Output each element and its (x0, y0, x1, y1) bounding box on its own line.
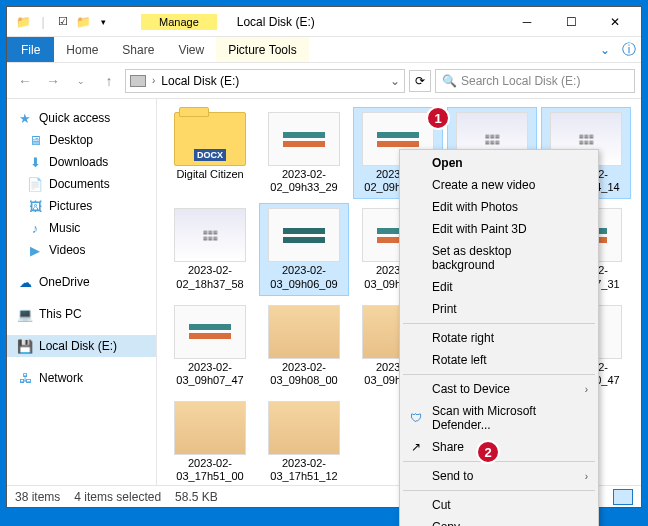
network-icon: 🖧 (17, 370, 33, 386)
maximize-button[interactable]: ☐ (549, 7, 593, 37)
status-item-count: 38 items (15, 490, 60, 504)
search-input[interactable]: 🔍 Search Local Disk (E:) (435, 69, 635, 93)
cm-defender[interactable]: 🛡Scan with Microsoft Defender... (402, 400, 596, 436)
back-button[interactable]: ← (13, 69, 37, 93)
expand-ribbon-icon[interactable]: ⌄ (593, 37, 617, 62)
context-menu: Open Create a new video Edit with Photos… (399, 149, 599, 526)
file-name: 2023-02-02_18h37_58 (168, 264, 252, 290)
desktop-icon: 🖥 (27, 132, 43, 148)
share-tab[interactable]: Share (110, 37, 166, 62)
minimize-button[interactable]: ─ (505, 7, 549, 37)
download-icon: ⬇ (27, 154, 43, 170)
file-item[interactable]: 2023-02-03_09h06_09 (259, 203, 349, 295)
chart-thumbnail (174, 305, 246, 359)
drive-icon-side: 💾 (17, 338, 33, 354)
annotation-badge-2: 2 (476, 440, 500, 464)
sidebar-onedrive[interactable]: ☁OneDrive (7, 271, 156, 293)
ribbon-tabs: File Home Share View Picture Tools ⌄ ⓘ (7, 37, 641, 63)
cm-open[interactable]: Open (402, 152, 596, 174)
cm-separator (403, 374, 595, 375)
cm-edit-photos[interactable]: Edit with Photos (402, 196, 596, 218)
search-icon: 🔍 (442, 74, 457, 88)
image-thumbnail (268, 305, 340, 359)
file-item[interactable]: DOCXDigital Citizen (165, 107, 255, 199)
breadcrumb-chevron[interactable]: › (152, 75, 155, 86)
folder-icon: DOCX (174, 112, 246, 166)
chevron-right-icon: › (585, 384, 588, 395)
quick-access-toolbar: 📁 | ☑ 📁 ▾ (11, 14, 111, 30)
status-selected-count: 4 items selected (74, 490, 161, 504)
pictures-icon: 🖼 (27, 198, 43, 214)
cm-set-background[interactable]: Set as desktop background (402, 240, 596, 276)
videos-icon: ▶ (27, 242, 43, 258)
cloud-icon: ☁ (17, 274, 33, 290)
document-icon: 📄 (27, 176, 43, 192)
qat-dropdown[interactable]: ▾ (95, 14, 111, 30)
image-thumbnail (174, 401, 246, 455)
drive-icon (130, 75, 146, 87)
chart-thumbnail (268, 208, 340, 262)
file-name: 2023-02-02_09h33_29 (262, 168, 346, 194)
file-item[interactable]: ▦▦▦▦▦▦2023-02-02_18h37_58 (165, 203, 255, 295)
file-item[interactable]: 2023-02-03_09h07_47 (165, 300, 255, 392)
file-name: 2023-02-03_17h51_12 (262, 457, 346, 483)
properties-icon[interactable]: ☑ (55, 14, 71, 30)
file-item[interactable]: 2023-02-03_09h08_00 (259, 300, 349, 392)
cm-paint3d[interactable]: Edit with Paint 3D (402, 218, 596, 240)
cm-cast-device[interactable]: Cast to Device› (402, 378, 596, 400)
sidebar-downloads[interactable]: ⬇Downloads (7, 151, 156, 173)
new-folder-icon[interactable]: 📁 (75, 14, 91, 30)
recent-dropdown[interactable]: ⌄ (69, 69, 93, 93)
star-icon: ★ (17, 110, 33, 126)
view-tab[interactable]: View (166, 37, 216, 62)
sidebar-pictures[interactable]: 🖼Pictures (7, 195, 156, 217)
sidebar-network[interactable]: 🖧Network (7, 367, 156, 389)
cm-print[interactable]: Print (402, 298, 596, 320)
picture-tools-tab[interactable]: Picture Tools (216, 37, 308, 62)
address-text[interactable]: Local Disk (E:) (161, 74, 384, 88)
cm-separator (403, 461, 595, 462)
status-size: 58.5 KB (175, 490, 218, 504)
screenshot-thumbnail: ▦▦▦▦▦▦ (174, 208, 246, 262)
cm-create-video[interactable]: Create a new video (402, 174, 596, 196)
file-name: 2023-02-03_09h08_00 (262, 361, 346, 387)
window-controls: ─ ☐ ✕ (505, 7, 637, 37)
navigation-pane: ★Quick access 🖥Desktop ⬇Downloads 📄Docum… (7, 99, 157, 485)
navigation-bar: ← → ⌄ ↑ › Local Disk (E:) ⌄ ⟳ 🔍 Search L… (7, 63, 641, 99)
cm-separator (403, 490, 595, 491)
file-item[interactable]: 2023-02-02_09h33_29 (259, 107, 349, 199)
refresh-button[interactable]: ⟳ (409, 70, 431, 92)
window-title: Local Disk (E:) (237, 15, 315, 29)
annotation-badge-1: 1 (426, 106, 450, 130)
chevron-right-icon: › (585, 471, 588, 482)
file-name: 2023-02-03_17h51_00 (168, 457, 252, 483)
home-tab[interactable]: Home (54, 37, 110, 62)
cm-separator (403, 323, 595, 324)
address-dropdown[interactable]: ⌄ (390, 74, 400, 88)
music-icon: ♪ (27, 220, 43, 236)
cm-copy[interactable]: Copy (402, 516, 596, 526)
sidebar-quick-access[interactable]: ★Quick access (7, 107, 156, 129)
close-button[interactable]: ✕ (593, 7, 637, 37)
sidebar-this-pc[interactable]: 💻This PC (7, 303, 156, 325)
file-item[interactable]: 2023-02-03_17h51_00 (165, 396, 255, 485)
cm-rotate-left[interactable]: Rotate left (402, 349, 596, 371)
sidebar-local-disk[interactable]: 💾Local Disk (E:) (7, 335, 156, 357)
cm-send-to[interactable]: Send to› (402, 465, 596, 487)
sidebar-desktop[interactable]: 🖥Desktop (7, 129, 156, 151)
file-item[interactable]: 2023-02-03_17h51_12 (259, 396, 349, 485)
cm-cut[interactable]: Cut (402, 494, 596, 516)
help-icon[interactable]: ⓘ (617, 37, 641, 62)
file-tab[interactable]: File (7, 37, 54, 62)
manage-context-tab[interactable]: Manage (141, 14, 217, 30)
sidebar-videos[interactable]: ▶Videos (7, 239, 156, 261)
cm-edit[interactable]: Edit (402, 276, 596, 298)
up-button[interactable]: ↑ (97, 69, 121, 93)
forward-button[interactable]: → (41, 69, 65, 93)
sidebar-music[interactable]: ♪Music (7, 217, 156, 239)
icons-view-button[interactable] (613, 489, 633, 505)
chart-thumbnail (268, 112, 340, 166)
cm-rotate-right[interactable]: Rotate right (402, 327, 596, 349)
sidebar-documents[interactable]: 📄Documents (7, 173, 156, 195)
address-bar[interactable]: › Local Disk (E:) ⌄ (125, 69, 405, 93)
